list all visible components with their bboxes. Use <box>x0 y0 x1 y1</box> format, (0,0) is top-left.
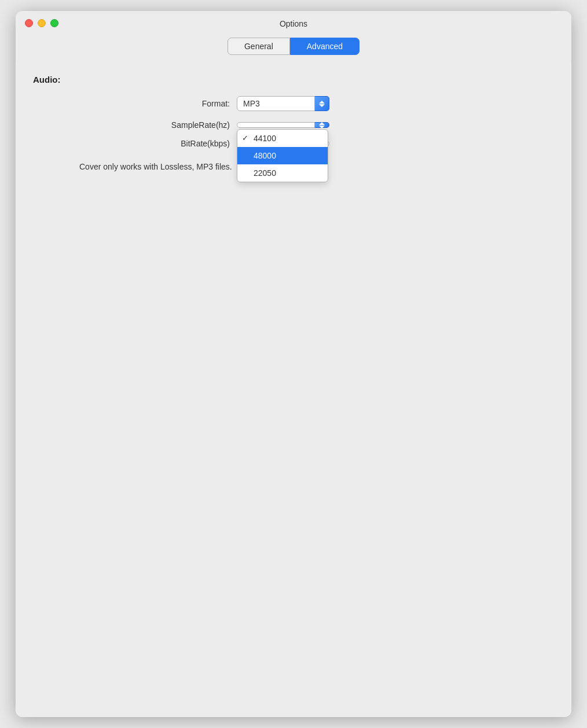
content-area: Audio: Format: MP3 SampleRate(hz) <box>16 63 571 717</box>
format-row: Format: MP3 <box>126 96 329 111</box>
audio-section-label: Audio: <box>33 75 554 84</box>
tab-general[interactable]: General <box>228 38 290 55</box>
window-title: Options <box>280 19 307 28</box>
format-select[interactable]: MP3 <box>237 96 329 111</box>
bitrate-label: BitRate(kbps) <box>126 139 230 148</box>
samplerate-select[interactable] <box>237 122 329 128</box>
samplerate-dropdown[interactable]: 44100 48000 22050 <box>237 129 328 182</box>
samplerate-label: SampleRate(hz) <box>126 120 230 130</box>
tab-bar: General Advanced <box>16 34 571 63</box>
format-select-wrapper[interactable]: MP3 <box>237 96 329 111</box>
options-window: Options General Advanced Audio: Format: … <box>16 11 571 717</box>
samplerate-option-44100[interactable]: 44100 <box>237 130 328 147</box>
title-bar: Options <box>16 11 571 34</box>
form-area: Format: MP3 SampleRate(hz) <box>33 96 554 171</box>
traffic-lights <box>25 19 58 27</box>
samplerate-option-22050[interactable]: 22050 <box>237 164 328 182</box>
minimize-button[interactable] <box>38 19 46 27</box>
maximize-button[interactable] <box>50 19 58 27</box>
format-label: Format: <box>126 99 230 108</box>
samplerate-option-48000[interactable]: 48000 <box>237 147 328 164</box>
tab-advanced[interactable]: Advanced <box>290 38 359 55</box>
samplerate-row: SampleRate(hz) 44100 48000 22050 <box>126 120 329 130</box>
samplerate-select-wrapper[interactable]: 44100 48000 22050 <box>237 122 329 128</box>
info-text: Cover only works with Lossless, MP3 file… <box>79 162 232 171</box>
close-button[interactable] <box>25 19 33 27</box>
